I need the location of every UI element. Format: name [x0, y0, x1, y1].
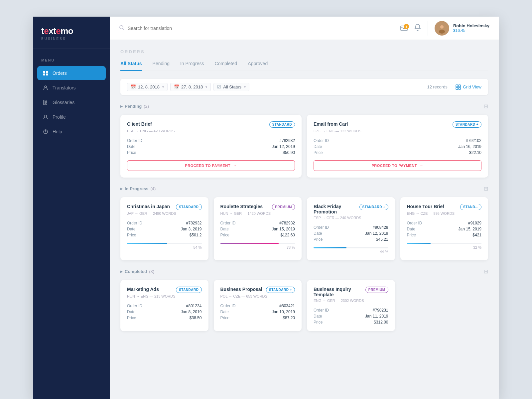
completed-section-header: ▸ Completed (3) ⊞: [120, 268, 488, 275]
date-row: Date Jan 8, 2019: [127, 310, 202, 314]
pending-section-header: ▸ Pending (2) ⊞: [120, 103, 488, 109]
card-info: Order ID #798231 Date Jan 11, 2019 Price…: [314, 308, 388, 325]
date-from-filter[interactable]: 📅 12. 8. 2018 ▾: [127, 83, 168, 91]
progress-bar: [314, 247, 388, 248]
user-section: Robin Holesinsky $16.45: [428, 21, 489, 36]
sidebar-item-orders[interactable]: Orders: [37, 66, 106, 80]
svg-rect-16: [456, 87, 458, 89]
order-id-label: Order ID: [127, 138, 142, 143]
status-filter[interactable]: ☑ All Status ▾: [213, 83, 249, 91]
date-row: Date Jan 3, 2019: [127, 227, 202, 231]
card-badge: STAND...: [460, 204, 481, 210]
card-email-from-carl: Email from Carl STANDARD + CZE → ENG — 1…: [307, 115, 488, 178]
sidebar-item-glossaries[interactable]: Glossaries: [37, 95, 106, 109]
sidebar-item-help[interactable]: Help: [37, 125, 106, 139]
grid-view-label: Grid View: [463, 84, 481, 89]
svg-rect-0: [43, 71, 45, 73]
sidebar-item-label: Orders: [53, 70, 67, 76]
date-label: Date: [127, 227, 135, 231]
search-icon: [119, 25, 124, 32]
tab-all-status[interactable]: All Status: [120, 61, 142, 70]
inprogress-count: (4): [151, 186, 156, 191]
search-input[interactable]: [128, 26, 395, 31]
sidebar-item-label: Profile: [53, 114, 66, 120]
completed-label: Completed: [125, 269, 147, 274]
page-content: ORDERS All Status Pending In Progress Co…: [110, 40, 499, 399]
sidebar-item-translators[interactable]: Translators: [37, 81, 106, 95]
sidebar-nav: Orders Translators Glossaries Profile: [33, 66, 110, 139]
card-subtitle: HUN → ENG — 213 WORDS: [127, 294, 202, 298]
completed-section-title[interactable]: ▸ Completed (3): [120, 269, 154, 274]
order-id-value: #782932: [279, 138, 295, 143]
bell-button[interactable]: [414, 24, 421, 33]
card-client-brief: Client Brief STANDARD ESP → ENG — 420 WO…: [120, 115, 302, 178]
proceed-to-payment-button[interactable]: PROCEED TO PAYMENT →: [314, 160, 481, 171]
user-name: Robin Holesinsky: [453, 23, 489, 28]
pending-cards-grid: Client Brief STANDARD ESP → ENG — 420 WO…: [120, 115, 488, 178]
card-top: Email from Carl STANDARD +: [314, 121, 481, 128]
price-row: Price $122.60: [220, 233, 295, 237]
section-grid-icon[interactable]: ⊞: [484, 186, 488, 192]
app-header: 1 Robin Holesinsky $16.45: [110, 17, 499, 40]
price-value: $501.2: [190, 233, 202, 237]
tabs-bar: All Status Pending In Progress Completed…: [120, 61, 488, 71]
card-top: Christmas in Japan STANDARD: [127, 204, 202, 210]
price-row: Price $50.90: [127, 150, 295, 155]
date-value: Jan 3, 2019: [181, 227, 202, 231]
logo: textemo: [41, 26, 102, 36]
date-to-value: 27. 8. 2018: [181, 84, 203, 89]
filter-bar: 📅 12. 8. 2018 ▾ 📅 27. 8. 2018 ▾ ☑ All St…: [120, 79, 488, 95]
svg-point-8: [46, 133, 46, 133]
sidebar-item-label: Glossaries: [53, 100, 74, 105]
price-row: Price $87.20: [220, 316, 295, 320]
progress-label: 32 %: [407, 245, 482, 249]
card-title: Business Inquiry Template: [314, 287, 365, 297]
card-badge: PREMIUM: [365, 287, 388, 293]
orders-icon: [43, 70, 49, 76]
pending-section-title[interactable]: ▸ Pending (2): [120, 104, 149, 109]
mail-button[interactable]: 1: [400, 25, 408, 31]
progress-fill: [220, 243, 279, 244]
sidebar-item-label: Translators: [53, 85, 76, 90]
order-id-row: Order ID #803421: [220, 304, 295, 308]
page-title: ORDERS: [120, 49, 488, 54]
proceed-to-payment-button[interactable]: PROCEED TO PAYMENT →: [127, 160, 295, 171]
card-info: Order ID #782932 Date Jan 12, 2019 Price…: [127, 138, 295, 155]
inprogress-section-title[interactable]: ▸ In Progress (4): [120, 186, 156, 191]
tab-approved[interactable]: Approved: [248, 61, 268, 70]
date-row: Date Jan 10, 2019: [220, 310, 295, 314]
completed-cards-grid: Marketing Ads STANDARD HUN → ENG — 213 W…: [120, 280, 488, 331]
card-subtitle: ESP → GER — 240 WORDS: [314, 216, 388, 220]
card-info: Order ID #782932 Date Jan 3, 2019 Price …: [127, 221, 202, 237]
card-info: Order ID #908428 Date Jan 12, 2019 Price…: [314, 225, 388, 242]
date-to-filter[interactable]: 📅 27. 8. 2018 ▾: [170, 83, 211, 91]
price-row: Price $501.2: [127, 233, 202, 237]
card-info: Order ID #803421 Date Jan 10, 2019 Price…: [220, 304, 295, 320]
logo-area: textemo BUSINESS: [33, 17, 110, 49]
date-label: Date: [314, 144, 322, 149]
date-from-value: 12. 8. 2018: [138, 84, 160, 89]
date-row: Date Jan 12, 2019: [314, 231, 388, 236]
tab-pending[interactable]: Pending: [153, 61, 170, 70]
arrow-icon: →: [233, 164, 237, 168]
grid-view-button[interactable]: Grid View: [456, 84, 481, 90]
svg-point-13: [439, 30, 445, 34]
help-icon: [43, 129, 49, 135]
card-title: House Tour Brief: [407, 204, 445, 209]
card-info: Order ID #91029 Date Jan 15, 2019 Price …: [407, 221, 482, 237]
order-id-row: Order ID #798231: [314, 308, 388, 313]
arrow-icon: →: [420, 164, 424, 168]
sidebar-item-profile[interactable]: Profile: [37, 110, 106, 124]
svg-point-4: [45, 86, 47, 88]
completed-count: (3): [149, 269, 154, 274]
tab-in-progress[interactable]: In Progress: [180, 61, 204, 70]
section-toggle-icon: ▸: [120, 269, 123, 274]
order-id-row: Order ID #792102: [314, 138, 481, 143]
card-badge: STANDARD +: [453, 121, 481, 128]
card-roulette-strategies: Roulette Strategies PREMIUM HUN → GER — …: [214, 197, 302, 260]
order-id-label: Order ID: [314, 138, 329, 143]
tab-completed[interactable]: Completed: [215, 61, 237, 70]
section-grid-icon[interactable]: ⊞: [484, 268, 488, 275]
section-grid-icon[interactable]: ⊞: [484, 103, 488, 109]
section-toggle-icon: ▸: [120, 104, 123, 109]
